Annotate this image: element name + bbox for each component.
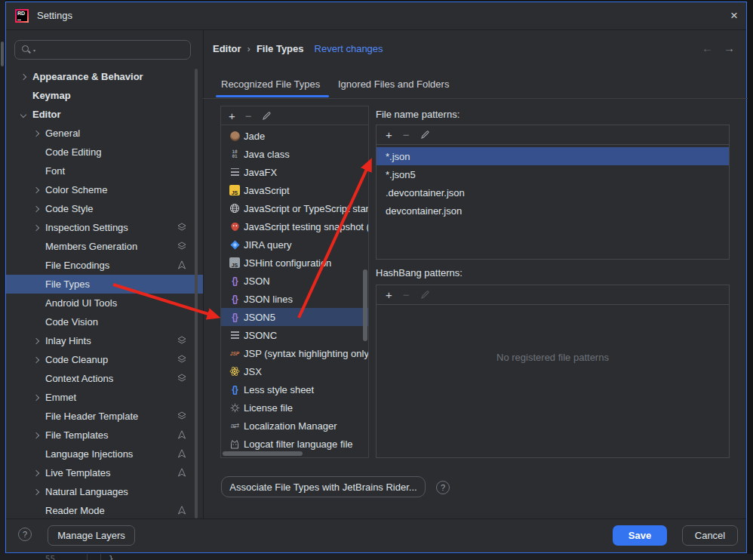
close-icon[interactable]: × — [724, 7, 744, 25]
sidebar-item-context-actions[interactable]: Context Actions — [6, 369, 203, 388]
filetype-row-javascript[interactable]: JSJavaScript — [221, 181, 368, 199]
titlebar[interactable]: RD Settings × — [6, 2, 746, 29]
filetype-row-json[interactable]: { }JSON — [221, 272, 368, 290]
sidebar-item-color-scheme[interactable]: Color Scheme — [6, 180, 203, 199]
file-types-vertical-scrollbar[interactable] — [363, 269, 367, 341]
empty-patterns-message: No registered file patterns — [376, 352, 729, 363]
sidebar-item-live-templates[interactable]: Live Templates — [6, 463, 203, 482]
forward-arrow-icon[interactable]: → — [724, 42, 735, 54]
sidebar-item-code-cleanup[interactable]: Code Cleanup — [6, 350, 203, 369]
pattern-row-devcontainer-json[interactable]: .devcontainer.json — [376, 183, 729, 202]
tab-recognized-file-types[interactable]: Recognized File Types — [221, 78, 320, 94]
edit-pencil-icon[interactable] — [420, 290, 430, 300]
chevron-right-icon[interactable] — [33, 356, 39, 362]
filetype-row-localization-manager[interactable]: a⇄Localization Manager — [221, 417, 368, 435]
filetype-row-java-class[interactable]: 1001Java class — [221, 145, 368, 163]
filetype-row-jsonc[interactable]: JSONC — [221, 326, 368, 344]
sidebar-item-label: Code Cleanup — [45, 354, 108, 365]
file-types-horizontal-scrollbar[interactable] — [223, 451, 303, 456]
sidebar-item-keymap[interactable]: Keymap — [6, 86, 203, 105]
file-types-toolbar: + − — [221, 106, 368, 125]
manage-layers-button[interactable]: Manage Layers — [48, 525, 135, 546]
remove-icon[interactable]: − — [403, 288, 410, 301]
sidebar-item-file-types[interactable]: File Types — [6, 275, 203, 294]
remove-icon[interactable]: − — [403, 128, 410, 141]
pattern-label: *.json5 — [386, 169, 416, 180]
sidebar-item-file-header-template[interactable]: File Header Template — [6, 407, 203, 426]
filetype-row-logcat-filter-language-file[interactable]: Logcat filter language file — [221, 435, 368, 453]
pattern-label: *.json — [386, 151, 410, 162]
java-class-icon: 1001 — [229, 148, 241, 160]
file-name-patterns-label: File name patterns: — [376, 109, 459, 120]
filetype-row-jira-query[interactable]: JIRA query — [221, 235, 368, 254]
pattern-row-json[interactable]: *.json — [376, 147, 729, 165]
sidebar-scrollbar[interactable] — [195, 69, 198, 518]
sidebar-item-general[interactable]: General — [6, 124, 203, 143]
chevron-down-icon[interactable] — [20, 111, 26, 117]
sidebar-item-label: Members Generation — [45, 241, 137, 252]
pattern-label: .devcontainer.json — [386, 187, 465, 198]
filetype-row-javascript-or-typescript-stand[interactable]: JavaScript or TypeScript stand — [221, 199, 368, 217]
sidebar-item-reader-mode[interactable]: Reader Mode — [6, 501, 203, 518]
add-icon[interactable]: + — [386, 288, 392, 301]
filetype-row-javafx[interactable]: JavaFX — [221, 163, 368, 181]
help-icon[interactable]: ? — [436, 481, 450, 494]
sidebar-item-language-injections[interactable]: Language Injections — [6, 445, 203, 463]
sidebar-item-android-ui-tools[interactable]: Android UI Tools — [6, 294, 203, 312]
sidebar-item-code-vision[interactable]: Code Vision — [6, 312, 203, 331]
sidebar-item-file-encodings[interactable]: File Encodings — [6, 256, 203, 275]
chevron-right-icon[interactable] — [33, 488, 39, 494]
chevron-right-icon[interactable] — [33, 186, 39, 192]
sidebar-item-file-templates[interactable]: File Templates — [6, 426, 203, 445]
sidebar-item-inlay-hints[interactable]: Inlay Hints — [6, 331, 203, 350]
filetype-row-javascript-testing-snapshot-j[interactable]: JavaScript testing snapshot (J — [221, 217, 368, 235]
associate-file-types-button[interactable]: Associate File Types with JetBrains Ride… — [221, 476, 426, 497]
breadcrumb-editor[interactable]: Editor — [213, 43, 241, 54]
search-input[interactable] — [40, 45, 190, 56]
sidebar-item-code-editing[interactable]: Code Editing — [6, 143, 203, 162]
pattern-row-json5[interactable]: *.json5 — [376, 165, 729, 183]
filetype-row-jshint-configuration[interactable]: JSJSHint configuration — [221, 254, 368, 272]
sidebar-item-emmet[interactable]: Emmet — [6, 388, 203, 407]
filetype-row-json5[interactable]: { }JSON5 — [221, 308, 368, 326]
filetype-row-jsx[interactable]: JSX — [221, 362, 368, 380]
cancel-button[interactable]: Cancel — [682, 525, 738, 546]
chevron-right-icon[interactable] — [33, 224, 39, 230]
chevron-right-icon[interactable] — [33, 469, 39, 475]
tab-ignored-files[interactable]: Ignored Files and Folders — [338, 78, 449, 94]
settings-search[interactable]: ▾ — [14, 40, 191, 60]
sidebar-item-font[interactable]: Font — [6, 162, 203, 180]
help-icon[interactable]: ? — [18, 528, 32, 541]
pattern-row-devcontainer-json[interactable]: devcontainer.json — [376, 202, 729, 220]
edit-pencil-icon[interactable] — [420, 130, 430, 140]
chevron-right-icon[interactable] — [33, 432, 39, 438]
filetype-row-less-style-sheet[interactable]: { }Less style sheet — [221, 380, 368, 398]
sidebar-item-code-style[interactable]: Code Style — [6, 199, 203, 218]
add-icon[interactable]: + — [386, 128, 392, 141]
chevron-right-icon[interactable] — [33, 337, 39, 343]
sidebar-item-natural-languages[interactable]: Natural Languages — [6, 482, 203, 501]
sidebar-item-inspection-settings[interactable]: Inspection Settings — [6, 218, 203, 237]
sidebar-item-editor[interactable]: Editor — [6, 105, 203, 124]
hashbang-patterns-panel: + − No registered file patterns — [376, 285, 730, 458]
kite-icon — [177, 260, 186, 272]
filetype-row-jade[interactable]: Jade — [221, 127, 368, 145]
chevron-right-icon[interactable] — [33, 130, 39, 136]
sidebar-item-members-generation[interactable]: Members Generation — [6, 237, 203, 256]
chevron-right-icon[interactable] — [33, 394, 39, 400]
chevron-right-icon[interactable] — [33, 205, 39, 211]
revert-changes-link[interactable]: Revert changes — [315, 43, 383, 54]
braces-blue-icon: { } — [229, 383, 241, 395]
save-button[interactable]: Save — [613, 525, 667, 546]
filetype-row-json-lines[interactable]: { }JSON lines — [221, 290, 368, 308]
edit-pencil-icon[interactable] — [262, 111, 272, 121]
filetype-row-license-file[interactable]: License file — [221, 398, 368, 417]
back-arrow-icon[interactable]: ← — [702, 42, 713, 54]
sidebar-item-appearance-behavior[interactable]: Appearance & Behavior — [6, 67, 203, 86]
filetype-row-jsp-syntax-highlighting-only[interactable]: JSPJSP (syntax highlighting only) — [221, 344, 368, 362]
chevron-spacer — [34, 245, 38, 249]
remove-icon[interactable]: − — [245, 109, 252, 122]
add-icon[interactable]: + — [229, 109, 235, 122]
chevron-right-icon[interactable] — [20, 73, 26, 79]
jira-icon — [229, 238, 241, 251]
